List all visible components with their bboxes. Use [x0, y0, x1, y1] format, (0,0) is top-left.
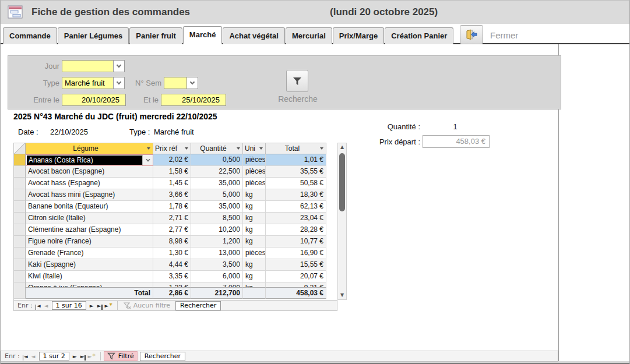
legume-combobox[interactable]: Ananas (Costa Rica)	[26, 154, 153, 166]
column-filter-arrow-icon[interactable]	[320, 147, 323, 150]
total-cell[interactable]: 18,30 €	[266, 189, 326, 201]
search-box[interactable]: Rechercher	[175, 301, 221, 310]
total-cell[interactable]: 50,58 €	[266, 178, 326, 189]
quantite-cell[interactable]: 35,000	[191, 178, 243, 189]
uni-cell[interactable]: pièces	[243, 248, 266, 259]
legume-dropdown-button[interactable]	[142, 155, 153, 165]
sem-combobox[interactable]	[164, 77, 187, 89]
column-header-uni[interactable]: Uni	[243, 143, 266, 154]
tab-prix-marge[interactable]: Prix/Marge	[333, 27, 384, 44]
prix-ref-cell[interactable]: 2,71 €	[153, 213, 191, 224]
legume-cell[interactable]: Clémentine azahar (Espagne)	[26, 224, 153, 236]
prix-ref-cell[interactable]: 8,98 €	[153, 236, 191, 248]
uni-cell[interactable]: kg	[243, 271, 266, 282]
total-cell[interactable]: 23,04 €	[266, 213, 326, 224]
uni-cell[interactable]: pièces	[243, 154, 266, 166]
filtered-indicator[interactable]: Filtré	[104, 351, 138, 361]
last-record-button[interactable]: ►	[96, 303, 103, 309]
total-cell[interactable]: 15,55 €	[266, 259, 326, 271]
tab-cr-ation-panier[interactable]: Création Panier	[385, 27, 453, 44]
legume-cell[interactable]: Avocat hass mini (Espagne)	[26, 189, 153, 201]
tab-mercurial[interactable]: Mercurial	[286, 27, 332, 44]
sem-dropdown-button[interactable]	[186, 77, 198, 89]
date-from-field[interactable]: 20/10/2025	[62, 94, 126, 106]
previous-record-button[interactable]: ◄	[43, 303, 50, 309]
scroll-down-icon[interactable]: ▼	[338, 291, 346, 299]
scroll-up-icon[interactable]: ▲	[338, 143, 346, 151]
total-cell[interactable]: 9,31 €	[266, 282, 326, 287]
row-selector[interactable]	[14, 213, 26, 224]
prix-ref-cell[interactable]: 3,35 €	[153, 271, 191, 282]
total-cell[interactable]: 20,07 €	[266, 271, 326, 282]
uni-cell[interactable]: pièces	[243, 178, 266, 189]
total-cell[interactable]: 28,28 €	[266, 224, 326, 236]
prix-ref-cell[interactable]: 1,30 €	[153, 248, 191, 259]
legume-cell[interactable]: Kaki (Espagne)	[26, 259, 153, 271]
close-button[interactable]	[460, 25, 483, 44]
quantite-cell[interactable]: 7,000	[191, 282, 243, 287]
total-cell[interactable]: 10,77 €	[266, 236, 326, 248]
uni-cell[interactable]: kg	[243, 259, 266, 271]
next-record-button[interactable]: ►	[88, 303, 96, 309]
legume-cell[interactable]: Avocat hass (Espagne)	[26, 178, 153, 189]
row-selector[interactable]	[14, 287, 26, 299]
column-filter-arrow-icon[interactable]	[237, 147, 240, 150]
date-to-field[interactable]: 25/10/2025	[161, 94, 226, 106]
legume-cell[interactable]: Banane bonita (Equateur)	[26, 201, 153, 213]
next-record-button[interactable]: ►	[71, 354, 79, 359]
prix-ref-cell[interactable]: 2,77 €	[153, 224, 191, 236]
tab-panier-l-gumes[interactable]: Panier Légumes	[58, 27, 129, 44]
prix-ref-cell[interactable]: 2,02 €	[153, 154, 191, 166]
row-selector[interactable]	[14, 178, 26, 189]
legume-cell[interactable]: Avocat bacon (Espagne)	[26, 166, 153, 178]
total-cell[interactable]: 62,13 €	[266, 201, 326, 213]
quantite-cell[interactable]: 0,500	[191, 154, 243, 166]
last-record-button[interactable]: ►	[79, 354, 86, 359]
column-header-quantite[interactable]: Quantité	[191, 143, 243, 154]
uni-cell[interactable]: kg	[243, 189, 266, 201]
record-position[interactable]: 1 sur 16	[52, 301, 86, 310]
uni-cell[interactable]: kg	[243, 224, 266, 236]
legume-cell[interactable]: Grenade (France)	[26, 248, 153, 259]
row-selector[interactable]	[14, 248, 26, 259]
quantite-cell[interactable]: 10,200	[191, 224, 243, 236]
uni-cell[interactable]: kg	[243, 236, 266, 248]
uni-cell[interactable]: kg	[243, 201, 266, 213]
uni-cell[interactable]: kg	[243, 282, 266, 287]
jour-dropdown-button[interactable]	[113, 60, 125, 72]
prix-ref-cell[interactable]: 4,44 €	[153, 259, 191, 271]
column-header-legume[interactable]: Légume	[26, 143, 153, 154]
row-selector[interactable]	[14, 189, 26, 201]
column-filter-arrow-icon[interactable]	[147, 147, 150, 150]
row-selector[interactable]	[14, 166, 26, 178]
search-button[interactable]	[286, 70, 308, 92]
quantite-cell[interactable]: 3,500	[191, 259, 243, 271]
first-record-button[interactable]: ◄	[22, 354, 30, 359]
new-record-button[interactable]: ►*	[103, 302, 114, 309]
total-cell[interactable]: 16,90 €	[266, 248, 326, 259]
column-header-prix-ref[interactable]: Prix réf	[153, 143, 191, 154]
prix-ref-cell[interactable]: 1,78 €	[153, 201, 191, 213]
quantite-cell[interactable]: 5,000	[191, 189, 243, 201]
quantite-cell[interactable]: 8,500	[191, 213, 243, 224]
type-combobox[interactable]: Marché fruit	[62, 77, 114, 89]
total-cell[interactable]: 1,01 €	[266, 154, 326, 166]
column-header-total[interactable]: Total	[266, 143, 326, 154]
prix-ref-cell[interactable]: 3,66 €	[153, 189, 191, 201]
jour-combobox[interactable]	[62, 60, 114, 72]
row-selector[interactable]	[14, 236, 26, 248]
quantite-cell[interactable]: 13,000	[191, 248, 243, 259]
vertical-scrollbar[interactable]: ▲ ▼	[337, 143, 347, 300]
row-selector[interactable]	[14, 271, 26, 282]
record-position[interactable]: 1 sur 2	[39, 352, 69, 361]
uni-cell[interactable]: kg	[243, 213, 266, 224]
prix-ref-cell[interactable]: 1,58 €	[153, 166, 191, 178]
quantite-cell[interactable]: 22,500	[191, 166, 243, 178]
type-dropdown-button[interactable]	[113, 77, 125, 89]
uni-cell[interactable]: pièces	[243, 166, 266, 178]
select-all-cell[interactable]	[14, 143, 26, 154]
total-cell[interactable]: 35,55 €	[266, 166, 326, 178]
tab-achat-v-g-tal[interactable]: Achat végétal	[223, 27, 285, 44]
column-filter-arrow-icon[interactable]	[259, 147, 263, 150]
quantite-cell[interactable]: 35,000	[191, 201, 243, 213]
